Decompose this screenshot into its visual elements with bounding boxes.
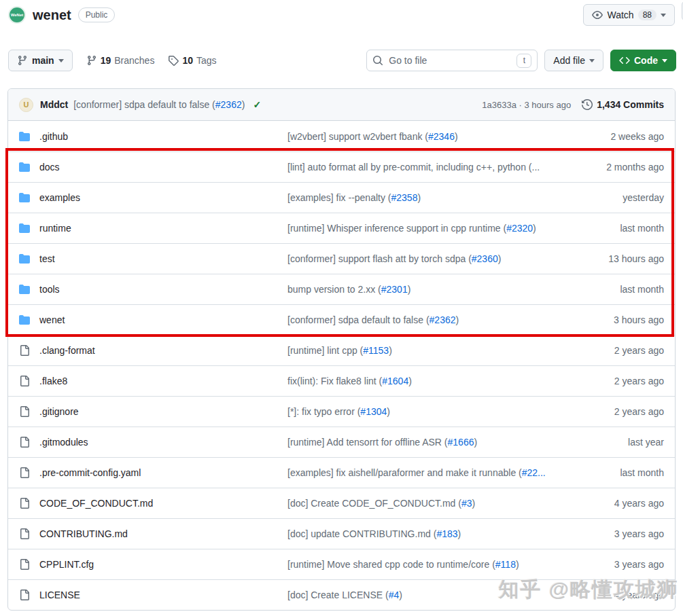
status-check-icon[interactable]: ✓ (253, 99, 261, 110)
table-row[interactable]: .gitignore [*]: fix typo error (#1304) 2… (8, 396, 675, 427)
table-row[interactable]: LICENSE [doc] Create LICENSE (#4) 4 year… (8, 579, 675, 610)
commit-message-cell[interactable]: [runtime] Move shared cpp code to runtim… (287, 559, 562, 570)
avatar[interactable]: U (19, 98, 33, 112)
msg-pr-link[interactable]: #3 (461, 498, 472, 509)
file-icon (19, 406, 30, 417)
commit-message-suffix: ) (242, 99, 245, 110)
file-icon (19, 376, 30, 386)
msg-pr-link[interactable]: #2362 (430, 314, 456, 325)
tags-link[interactable]: 10 Tags (168, 55, 216, 66)
commit-message-cell[interactable]: [runtime] lint cpp (#1153) (287, 345, 562, 356)
table-row[interactable]: test [conformer] support flash att by to… (8, 243, 675, 274)
file-name[interactable]: .flake8 (39, 376, 287, 386)
tags-count: 10 (182, 55, 193, 66)
table-row[interactable]: .clang-format [runtime] lint cpp (#1153)… (8, 335, 675, 365)
keyboard-shortcut-hint: t (516, 54, 531, 68)
table-row[interactable]: runtime [runtime] Whisper inference supp… (8, 213, 675, 243)
file-name[interactable]: runtime (39, 223, 287, 234)
repo-title[interactable]: wenet (33, 7, 71, 23)
msg-prefix: [doc] Create CODE_OF_CONDUCT.md ( (287, 498, 461, 509)
msg-pr-link[interactable]: #2346 (428, 131, 455, 142)
msg-pr-link[interactable]: #118 (495, 559, 516, 570)
file-name[interactable]: .gitignore (39, 406, 287, 417)
commit-message-cell[interactable]: [doc] Create LICENSE (#4) (287, 590, 562, 600)
msg-prefix: [examples] fix --penalty ( (287, 192, 391, 203)
table-row[interactable]: .flake8 fix(lint): Fix flake8 lint (#160… (8, 365, 675, 396)
msg-pr-link[interactable]: #2360 (472, 253, 498, 264)
file-name[interactable]: .gitmodules (39, 437, 287, 448)
table-row[interactable]: wenet [conformer] sdpa default to false … (8, 304, 675, 335)
watch-button[interactable]: Watch 88 (583, 4, 675, 26)
commit-message-cell[interactable]: [doc] Create CODE_OF_CONDUCT.md (#3) (287, 498, 562, 509)
goto-file-input[interactable] (389, 55, 516, 66)
file-name[interactable]: CONTRIBUTING.md (39, 528, 287, 539)
file-name[interactable]: LICENSE (39, 590, 287, 600)
file-name[interactable]: examples (39, 192, 287, 203)
commit-message-cell[interactable]: [*]: fix typo error (#1304) (287, 406, 562, 417)
branches-count: 19 (101, 55, 111, 66)
msg-pr-link[interactable]: #22... (522, 467, 546, 478)
table-row[interactable]: .github [w2vbert] support w2vbert fbank … (8, 121, 675, 151)
commit-message-cell[interactable]: [runtime] Add tensorrt for offline ASR (… (287, 437, 562, 448)
msg-prefix: [doc] Create LICENSE ( (287, 590, 389, 600)
table-row[interactable]: CODE_OF_CONDUCT.md [doc] Create CODE_OF_… (8, 488, 675, 518)
branch-selector[interactable]: main (8, 50, 73, 71)
file-name[interactable]: test (39, 253, 287, 264)
table-row[interactable]: .gitmodules [runtime] Add tensorrt for o… (8, 427, 675, 457)
file-name[interactable]: tools (39, 284, 287, 295)
msg-pr-link[interactable]: #1604 (382, 376, 408, 386)
commit-time: 3 years ago (562, 559, 664, 570)
msg-pr-link[interactable]: #2301 (381, 284, 408, 295)
table-row[interactable]: docs [lint] auto format all by pre-commi… (8, 151, 675, 182)
table-row[interactable]: CONTRIBUTING.md [doc] update CONTRIBUTIN… (8, 518, 675, 549)
commit-message-cell[interactable]: bump version to 2.xx (#2301) (287, 284, 562, 295)
folder-icon (19, 284, 30, 295)
tag-icon (168, 55, 179, 66)
msg-pr-link[interactable]: #1153 (363, 345, 389, 356)
commit-message[interactable]: [conformer] sdpa default to false (#2362… (73, 99, 245, 110)
commit-message-cell[interactable]: [doc] update CONTRIBUTING.md (#183) (287, 528, 562, 539)
commit-pr-link[interactable]: #2362 (215, 99, 242, 110)
file-name[interactable]: .clang-format (39, 345, 287, 356)
msg-pr-link[interactable]: #1666 (448, 437, 474, 448)
code-button[interactable]: Code (610, 50, 676, 71)
file-name[interactable]: .pre-commit-config.yaml (39, 467, 287, 478)
file-name[interactable]: docs (39, 162, 287, 173)
add-file-button[interactable]: Add file (544, 50, 603, 71)
msg-pr-link[interactable]: #1304 (360, 406, 387, 417)
file-name[interactable]: .github (39, 131, 287, 142)
branches-link[interactable]: 19 Branches (86, 55, 155, 66)
commit-message-cell[interactable]: [conformer] sdpa default to false (#2362… (287, 314, 562, 325)
table-row[interactable]: examples [examples] fix --penalty (#2358… (8, 182, 675, 213)
repo-avatar[interactable]: WeNet (8, 6, 26, 24)
row-icon-slot (19, 528, 30, 539)
table-row[interactable]: .pre-commit-config.yaml [examples] fix a… (8, 457, 675, 488)
file-icon (19, 498, 30, 509)
commit-message-cell[interactable]: fix(lint): Fix flake8 lint (#1604) (287, 376, 562, 386)
file-name[interactable]: CODE_OF_CONDUCT.md (39, 498, 287, 509)
commit-time: 4 years ago (562, 498, 664, 509)
msg-suffix: ) (516, 559, 519, 570)
table-row[interactable]: tools bump version to 2.xx (#2301) last … (8, 274, 675, 304)
commit-sha-time[interactable]: 1a3633a · 3 hours ago (482, 100, 571, 110)
commit-history-link[interactable]: 1,434 Commits (582, 99, 664, 110)
commit-message-cell[interactable]: [lint] auto format all by pre-commit, in… (287, 162, 562, 173)
commit-message-cell[interactable]: [conformer] support flash att by torch s… (287, 253, 562, 264)
msg-pr-link[interactable]: #4 (389, 590, 400, 600)
commit-message-cell[interactable]: [runtime] Whisper inference support in c… (287, 223, 562, 234)
msg-prefix: [examples] fix aishell/paraformer and ma… (287, 467, 522, 478)
eye-icon (592, 10, 603, 20)
commit-message-cell[interactable]: [w2vbert] support w2vbert fbank (#2346) (287, 131, 562, 142)
file-name[interactable]: wenet (39, 314, 287, 325)
table-row[interactable]: CPPLINT.cfg [runtime] Move shared cpp co… (8, 549, 675, 579)
msg-pr-link[interactable]: #2358 (391, 192, 418, 203)
goto-file-search[interactable]: t (366, 50, 538, 71)
row-icon-slot (19, 253, 30, 264)
commit-author[interactable]: Mddct (40, 99, 68, 110)
commit-message-cell[interactable]: [examples] fix aishell/paraformer and ma… (287, 467, 562, 478)
commit-message-cell[interactable]: [examples] fix --penalty (#2358) (287, 192, 562, 203)
msg-pr-link[interactable]: #2320 (506, 223, 533, 234)
msg-pr-link[interactable]: #183 (436, 528, 457, 539)
file-name[interactable]: CPPLINT.cfg (39, 559, 287, 570)
msg-prefix: [conformer] sdpa default to false ( (287, 314, 430, 325)
